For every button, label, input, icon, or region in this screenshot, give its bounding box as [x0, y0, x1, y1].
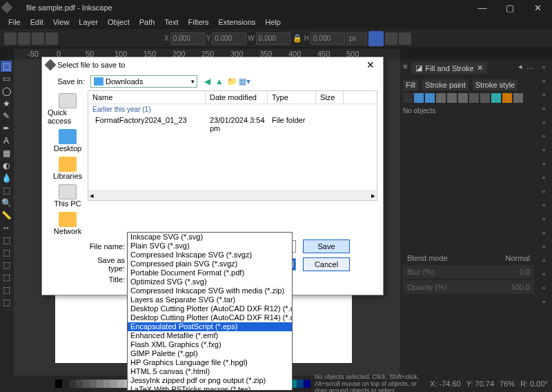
- place-network[interactable]: Network: [54, 212, 81, 235]
- dialog-close-button[interactable]: ✕: [362, 59, 379, 70]
- filetype-option[interactable]: Layers as Separate SVG (*.tar): [128, 295, 292, 304]
- place-desktop[interactable]: Desktop: [54, 129, 81, 153]
- swatch[interactable]: [414, 93, 424, 103]
- palette-color[interactable]: [69, 380, 76, 388]
- filetype-option[interactable]: Compressed Inkscape SVG with media (*.zi…: [128, 286, 292, 295]
- filetype-option[interactable]: Compressed Inkscape SVG (*.svgz): [128, 251, 292, 259]
- savein-combo[interactable]: Downloads ▾: [90, 75, 197, 88]
- menu-text[interactable]: Text: [160, 17, 182, 28]
- filetype-option[interactable]: Portable Document Format (*.pdf): [128, 268, 292, 277]
- tool-18[interactable]: ⬚: [1, 284, 12, 295]
- swatch[interactable]: [480, 93, 490, 103]
- tool-14[interactable]: ⬚: [1, 235, 12, 246]
- swatch[interactable]: [513, 93, 523, 103]
- x-input[interactable]: [170, 32, 205, 45]
- tool-7[interactable]: ▦: [1, 148, 12, 159]
- tool-0[interactable]: ⬚: [1, 61, 12, 72]
- subtab-1[interactable]: Stroke paint: [422, 79, 469, 90]
- filetype-option[interactable]: Desktop Cutting Plotter (AutoCAD DXF R12…: [128, 304, 292, 313]
- rtool-4[interactable]: ▫: [538, 116, 550, 128]
- menu-filters[interactable]: Filters: [184, 17, 213, 28]
- filetype-option[interactable]: Enhanced Metafile (*.emf): [128, 331, 292, 340]
- filetype-option[interactable]: HP Graphics Language file (*.hpgl): [128, 358, 292, 367]
- rtool-3[interactable]: ▫: [538, 102, 550, 115]
- view-menu-icon[interactable]: ▦▾: [239, 76, 250, 87]
- dock-menu-icon[interactable]: ◂: [518, 62, 522, 77]
- rtool-11[interactable]: ▫: [538, 213, 550, 225]
- swatch[interactable]: [458, 93, 468, 103]
- filetype-option[interactable]: LaTeX With PSTricks macros (*.tex): [128, 385, 292, 391]
- subtab-2[interactable]: Stroke style: [473, 79, 518, 90]
- rtool-5[interactable]: ▫: [538, 130, 550, 142]
- save-button[interactable]: Save: [303, 239, 350, 253]
- dock-tab[interactable]: ◪ Fill and Stroke ✕: [411, 62, 486, 74]
- tool-9[interactable]: 💧: [1, 173, 12, 184]
- tool-1[interactable]: ▭: [1, 73, 12, 84]
- tool-8[interactable]: ◐: [1, 160, 12, 171]
- save-type-dropdown[interactable]: Inkscape SVG (*.svg)Plain SVG (*.svg)Com…: [127, 232, 293, 391]
- tool-5[interactable]: ✒: [1, 123, 12, 134]
- close-button[interactable]: ✕: [526, 0, 549, 15]
- rtool-15[interactable]: ▫: [538, 268, 550, 280]
- status-zoom[interactable]: 76%: [500, 380, 515, 388]
- filetype-option[interactable]: Compressed plain SVG (*.svgz): [128, 259, 292, 268]
- close-icon[interactable]: ✕: [477, 63, 483, 72]
- rtool-14[interactable]: ▫: [538, 254, 550, 266]
- menu-file[interactable]: File: [4, 17, 25, 28]
- palette-color[interactable]: [103, 380, 110, 388]
- tool-10[interactable]: ⬚: [1, 185, 12, 196]
- menu-object[interactable]: Object: [103, 17, 134, 28]
- column-header[interactable]: Name: [88, 91, 206, 104]
- swatch[interactable]: [469, 93, 479, 103]
- swatch[interactable]: [425, 93, 435, 103]
- fill-history-icon[interactable]: ≡: [403, 62, 407, 77]
- filetype-option[interactable]: GIMP Palette (*.gpl): [128, 349, 292, 358]
- menu-extensions[interactable]: Extensions: [214, 17, 259, 28]
- column-header[interactable]: Type: [268, 91, 316, 104]
- unit-select[interactable]: [346, 32, 367, 45]
- status-rotation[interactable]: R: 0.00°: [520, 380, 548, 388]
- y-input[interactable]: [212, 32, 246, 45]
- tool-16[interactable]: ⬚: [1, 259, 12, 271]
- menu-layer[interactable]: Layer: [75, 17, 102, 28]
- rtool-16[interactable]: ▫: [538, 282, 550, 294]
- up-icon[interactable]: ▲: [214, 76, 225, 87]
- filetype-option[interactable]: Desktop Cutting Plotter (AutoCAD DXF R14…: [128, 313, 292, 322]
- rtool-1[interactable]: ▫: [538, 75, 550, 87]
- filetype-option[interactable]: JessyInk zipped pdf or png output (*.zip…: [128, 376, 292, 385]
- menu-help[interactable]: Help: [261, 17, 285, 28]
- menu-edit[interactable]: Edit: [26, 17, 48, 28]
- toolbar-icon[interactable]: [46, 32, 58, 45]
- tool-3[interactable]: ★: [1, 98, 12, 109]
- palette-color[interactable]: [304, 380, 310, 388]
- palette-color[interactable]: [97, 380, 103, 388]
- back-icon[interactable]: ◀: [201, 76, 213, 87]
- swatch[interactable]: [403, 93, 413, 103]
- tool-13[interactable]: ↔: [1, 222, 12, 233]
- place-this-pc[interactable]: This PC: [54, 184, 81, 208]
- rtool-0[interactable]: ▫: [538, 61, 550, 73]
- tool-6[interactable]: A: [1, 135, 12, 146]
- file-list[interactable]: NameDate modifiedTypeSize Earlier this y…: [88, 90, 377, 201]
- palette-color[interactable]: [117, 380, 124, 388]
- minimize-button[interactable]: —: [471, 0, 494, 15]
- filetype-option[interactable]: Inkscape SVG (*.svg): [128, 233, 292, 242]
- tool-17[interactable]: ⬚: [1, 272, 12, 283]
- toolbar-icon[interactable]: [32, 32, 44, 45]
- palette-color[interactable]: [62, 380, 69, 388]
- menu-path[interactable]: Path: [135, 17, 159, 28]
- scrollbar-h[interactable]: ◂▸: [88, 190, 377, 200]
- menu-view[interactable]: View: [49, 17, 74, 28]
- rtool-10[interactable]: ▫: [538, 199, 550, 211]
- rtool-9[interactable]: ▫: [538, 185, 550, 197]
- tool-11[interactable]: 🔍: [1, 197, 12, 208]
- toolbar-icon[interactable]: [385, 32, 397, 45]
- filetype-option[interactable]: HTML 5 canvas (*.html): [128, 367, 292, 376]
- toolbar-button[interactable]: [368, 31, 384, 46]
- filetype-option[interactable]: Flash XML Graphics (*.fxg): [128, 340, 292, 349]
- palette-color[interactable]: [83, 380, 90, 388]
- new-folder-icon[interactable]: 📁: [226, 76, 237, 87]
- cancel-button[interactable]: Cancel: [303, 257, 350, 271]
- filetype-option[interactable]: Encapsulated PostScript (*.eps): [128, 322, 292, 331]
- rtool-8[interactable]: ▫: [538, 171, 550, 184]
